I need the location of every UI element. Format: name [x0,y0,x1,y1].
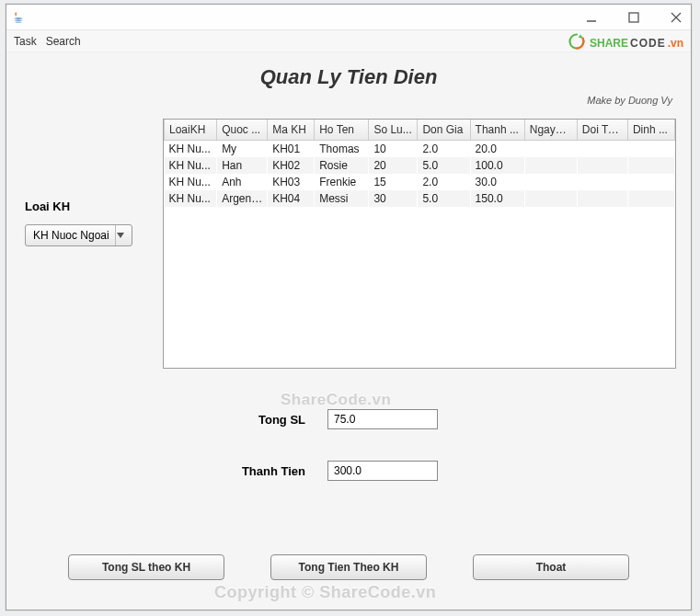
table-cell: 15 [369,174,418,190]
tong-sl-theo-kh-button[interactable]: Tong SL theo KH [68,554,224,580]
table-cell: My [217,140,268,157]
tong-tien-theo-kh-button[interactable]: Tong Tien Theo KH [270,554,427,580]
loai-kh-label: Loai KH [25,200,163,213]
watermark-center: ShareCode.vn [281,391,391,409]
table-row[interactable]: KH Nu...MyKH01Thomas102.020.0 [165,140,675,157]
table-header[interactable]: Don Gia [418,120,470,140]
tong-sl-input[interactable] [327,409,438,429]
table-cell [627,140,674,157]
java-icon [10,9,27,26]
table-header[interactable]: So Lu... [369,120,418,140]
table-header[interactable]: Ho Ten [315,120,369,140]
tong-sl-label: Tong SL [204,413,305,427]
table-cell: Frenkie [315,174,369,190]
table-cell [524,174,577,190]
table-cell: Argenti... [217,190,268,207]
table-cell: 30.0 [470,174,524,190]
menu-task[interactable]: Task [14,35,37,48]
filter-panel: Loai KH KH Nuoc Ngoai [25,200,163,246]
thanh-tien-input[interactable] [327,461,438,481]
chevron-down-icon [115,225,132,245]
table-row[interactable]: KH Nu...HanKH02Rosie205.0100.0 [165,157,675,174]
table-cell: KH02 [268,157,315,174]
table-cell: 5.0 [418,157,470,174]
table-cell: KH Nu... [165,174,217,190]
table-header[interactable]: LoaiKH [165,120,217,140]
title-bar [6,5,691,30]
table-cell: 30 [369,190,418,207]
table-cell: KH03 [268,174,315,190]
table-cell: 2.0 [418,140,470,157]
table-cell [524,190,577,207]
close-button[interactable] [665,8,687,27]
loai-kh-combobox[interactable]: KH Nuoc Ngoai [25,224,132,246]
summary-panel: Tong SL Thanh Tien [6,409,691,481]
table-row[interactable]: KH Nu...Argenti...KH04Messi305.0150.0 [165,190,675,207]
sharecode-logo: SHARECODE.vn [568,32,683,53]
table-cell [577,140,627,157]
table-header[interactable]: NgayH... [524,120,577,140]
table-cell [524,157,577,174]
table-cell: 2.0 [418,174,470,190]
combobox-value: KH Nuoc Ngoai [33,229,115,242]
table-cell: 100.0 [470,157,524,174]
table-cell: 20.0 [470,140,524,157]
maximize-button[interactable] [623,8,645,27]
table-header[interactable]: Quoc ... [217,120,268,140]
table-cell: Han [217,157,268,174]
page-title: Quan Ly Tien Dien [6,65,691,89]
table-cell: Rosie [315,157,369,174]
thoat-button[interactable]: Thoat [473,554,629,580]
table-cell: KH01 [268,140,315,157]
recycle-icon [568,32,586,53]
table-cell: Messi [315,190,369,207]
table-cell: 5.0 [418,190,470,207]
app-window: SHARECODE.vn Task Search Quan Ly Tien Di… [6,4,692,610]
table-cell [627,190,674,207]
table-cell [577,157,627,174]
table-cell: KH04 [268,190,315,207]
table-cell: 150.0 [470,190,524,207]
customer-table[interactable]: LoaiKHQuoc ...Ma KHHo TenSo Lu...Don Gia… [163,119,676,369]
table-cell: Thomas [315,140,369,157]
minimize-button[interactable] [580,8,602,27]
table-header[interactable]: Ma KH [268,120,315,140]
table-header[interactable]: Doi Tu... [577,120,627,140]
menu-search[interactable]: Search [46,35,81,48]
table-cell: KH Nu... [165,190,217,207]
table-cell [627,157,674,174]
content-area: Quan Ly Tien Dien Make by Duong Vy Loai … [6,52,691,610]
table-row[interactable]: KH Nu...AnhKH03Frenkie152.030.0 [165,174,675,190]
table-cell [577,174,627,190]
table-cell [577,190,627,207]
table-header[interactable]: Dinh ... [627,120,674,140]
table-cell: KH Nu... [165,157,217,174]
table-cell: KH Nu... [165,140,217,157]
table-cell: 10 [369,140,418,157]
table-cell [524,140,577,157]
author-label: Make by Duong Vy [587,95,672,106]
svg-rect-1 [629,13,638,22]
table-cell [627,174,674,190]
table-cell: 20 [369,157,418,174]
table-cell: Anh [217,174,268,190]
table-header[interactable]: Thanh ... [470,120,524,140]
button-row: Tong SL theo KH Tong Tien Theo KH Thoat [6,554,691,580]
thanh-tien-label: Thanh Tien [204,464,305,478]
watermark-bottom: Copyright © ShareCode.vn [214,583,436,602]
